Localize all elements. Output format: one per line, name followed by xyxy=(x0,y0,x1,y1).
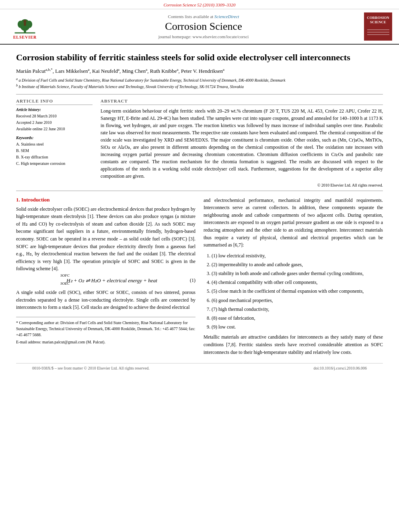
svg-rect-8 xyxy=(367,32,389,33)
svg-point-5 xyxy=(23,20,26,23)
abstract-label: ABSTRACT xyxy=(101,99,383,105)
list-item-9: (9) low cost. xyxy=(212,323,383,331)
svg-point-2 xyxy=(18,21,24,28)
available-date: Available online 22 June 2010 xyxy=(16,126,93,132)
article-title: Corrosion stability of ferritic stainles… xyxy=(16,52,383,64)
received-date: Received 28 March 2010 xyxy=(16,113,93,119)
author-ming: Ming Chen xyxy=(122,68,146,74)
list-item-5: (5) close match in the coefficient of th… xyxy=(212,288,383,295)
logo-title-text: CORROSIONSCIENCE xyxy=(367,16,389,25)
keyword-b: B. SEM xyxy=(16,148,93,154)
body-section: 1. Introduction Solid oxide electrolyser… xyxy=(16,197,383,359)
svg-rect-6 xyxy=(24,23,26,25)
author-kai: Kai Neufeld xyxy=(92,68,118,74)
journal-center-info: Contents lists available at ScienceDirec… xyxy=(49,12,358,41)
affiliation-b: b b Institute of Materials Science, Facu… xyxy=(16,83,383,90)
list-item-1: (1) low electrical resistivity, xyxy=(212,252,383,260)
abstract-column: ABSTRACT Long-term oxidation behaviour o… xyxy=(101,99,383,187)
main-content: Corrosion stability of ferritic stainles… xyxy=(0,45,399,380)
intro-heading: 1. Introduction xyxy=(16,197,195,203)
svg-point-3 xyxy=(27,21,33,28)
keyword-c: B. X-ray diffraction xyxy=(16,154,93,160)
issn-text: 0010-938X/$ – see front matter © 2010 El… xyxy=(32,366,150,370)
logo-decorative-icon xyxy=(367,25,389,37)
bottom-bar: 0010-938X/$ – see front matter © 2010 El… xyxy=(16,363,383,373)
article-history: Article history: Received 28 March 2010 … xyxy=(16,107,93,132)
formula-label-soec: SOEC xyxy=(60,281,70,286)
journal-header: ELSEVIER Contents lists available at Sci… xyxy=(0,9,399,45)
article-info-label: ARTICLE INFO xyxy=(16,99,93,105)
abstract-text: Long-term oxidation behaviour of eight f… xyxy=(101,107,383,180)
doi-text: doi:10.1016/j.corsci.2010.06.006 xyxy=(314,366,367,370)
journal-logo-box: CORROSIONSCIENCE xyxy=(364,12,392,41)
sciencedirect-line: Contents lists available at ScienceDirec… xyxy=(168,14,239,19)
page: Corrosion Science 52 (2010) 3309–3320 EL… xyxy=(0,0,399,532)
elsevier-logo: ELSEVIER xyxy=(5,12,45,41)
formula-text: SOFC SOEC H₂ + O₂ ⇌ H₂O + electrical ene… xyxy=(54,277,157,284)
keywords-section: Keywords: A. Stainless steel B. SEM B. X… xyxy=(16,136,93,167)
accepted-date: Accepted 2 June 2010 xyxy=(16,119,93,126)
right-para1: and electrochemical performance, mechani… xyxy=(204,197,383,249)
intro-para1: Solid oxide electrolyser cells (SOEC) ar… xyxy=(16,205,195,273)
author-lars: Lars Mikkelsen xyxy=(55,68,88,74)
journal-title: Corrosion Science xyxy=(165,21,242,33)
author-peter: Peter V. Hendriksen xyxy=(181,68,223,74)
author-ruth: Ruth Knibbe xyxy=(150,68,177,74)
formula-label-sofc: SOFC xyxy=(60,273,70,277)
list-item-4: (4) chemical compatibility with other ce… xyxy=(212,279,383,286)
homepage-line: journal homepage: www.elsevier.com/locat… xyxy=(158,34,249,39)
list-item-7: (7) high thermal conductivity, xyxy=(212,306,383,313)
author-marian: Marián Palcut xyxy=(16,68,45,74)
keywords-heading: Keywords: xyxy=(16,136,93,140)
intro-para2: A single solid oxide cell (SOC), either … xyxy=(16,289,195,311)
list-item-3: (3) stability in both anode and cathode … xyxy=(212,270,383,277)
requirements-list: (1) low electrical resistivity, (2) impe… xyxy=(204,252,383,331)
list-item-8: (8) ease of fabrication, xyxy=(212,314,383,322)
body-right-column: and electrochemical performance, mechani… xyxy=(204,197,383,359)
list-item-2: (2) impermeability to anode and cathode … xyxy=(212,261,383,269)
footnote-area: * Corresponding author at: Division of F… xyxy=(16,317,195,345)
affiliation-a: a a Division of Fuel Cells and Solid Sta… xyxy=(16,77,383,83)
affiliations: a a Division of Fuel Cells and Solid Sta… xyxy=(16,77,383,90)
formula-number: (1) xyxy=(190,277,195,283)
svg-rect-7 xyxy=(367,29,389,30)
keyword-d: C. High temperature corrosion xyxy=(16,160,93,167)
copyright-notice: © 2010 Elsevier Ltd. All rights reserved… xyxy=(101,183,383,187)
corresponding-author-note: * Corresponding author at: Division of F… xyxy=(16,320,195,338)
equilibrium-arrows-icon: ⇌ xyxy=(86,277,90,283)
divider-2 xyxy=(16,191,383,191)
elsevier-tree-icon xyxy=(13,14,37,34)
list-item-6: (6) good mechanical properties, xyxy=(212,297,383,304)
info-abstract-section: ARTICLE INFO Article history: Received 2… xyxy=(16,99,383,187)
svg-rect-4 xyxy=(15,32,35,33)
journal-logo-right: CORROSIONSCIENCE xyxy=(362,12,394,41)
body-left-column: 1. Introduction Solid oxide electrolyser… xyxy=(16,197,195,359)
divider-1 xyxy=(16,94,383,94)
keyword-a: A. Stainless steel xyxy=(16,141,93,148)
journal-ref-text: Corrosion Science 52 (2010) 3309–3320 xyxy=(163,2,235,7)
article-info-column: ARTICLE INFO Article history: Received 2… xyxy=(16,99,93,187)
svg-rect-9 xyxy=(367,34,389,35)
top-journal-reference: Corrosion Science 52 (2010) 3309–3320 xyxy=(0,0,399,9)
formula-box: SOFC SOEC H₂ + O₂ ⇌ H₂O + electrical ene… xyxy=(16,277,195,284)
history-heading: Article history: xyxy=(16,107,93,112)
right-para2: Metallic materials are attractive candid… xyxy=(204,333,383,356)
email-note: E-mail address: marian.palcut@gmail.com … xyxy=(16,339,195,345)
authors-line: Marián Palcuta,b,*, Lars Mikkelsena, Kai… xyxy=(16,68,383,74)
elsevier-brand-text: ELSEVIER xyxy=(13,35,37,39)
